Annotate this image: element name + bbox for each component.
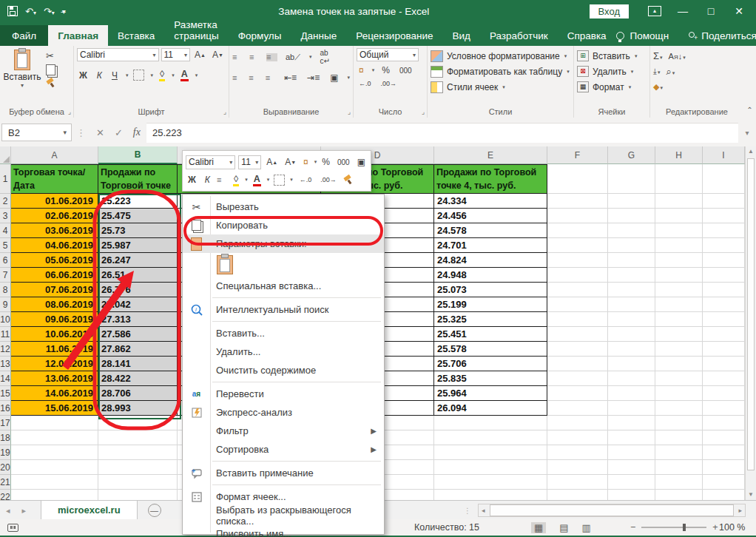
find-select-icon[interactable]: ⌕▾	[666, 66, 675, 78]
cell-F10[interactable]	[547, 312, 608, 327]
page-layout-view-icon[interactable]: ▤	[559, 522, 568, 533]
cell-F15[interactable]	[547, 386, 608, 401]
cell-styles-button[interactable]: Стили ячеек▾	[431, 79, 570, 95]
cell-A20[interactable]	[11, 460, 98, 475]
scrollbar-splitter[interactable]: ⋮	[464, 507, 478, 515]
row-header-16[interactable]: 16	[0, 401, 11, 416]
cell-E12[interactable]: 25.578	[434, 342, 547, 357]
decrease-indent-icon[interactable]: ⇤≡	[282, 72, 299, 84]
cell-I12[interactable]	[703, 342, 745, 357]
menu-item-10[interactable]: Экспресс-анализ	[183, 403, 384, 422]
comma-style-button[interactable]: 000	[397, 66, 414, 75]
cell-B20[interactable]	[98, 460, 178, 475]
cell-I15[interactable]	[703, 386, 745, 401]
cell-F5[interactable]	[547, 238, 608, 253]
menu-item-13[interactable]: +Вставить примечание	[183, 464, 384, 482]
cell-I4[interactable]	[703, 223, 745, 238]
cell-F11[interactable]	[547, 327, 608, 342]
sheet-tab[interactable]: microexcel.ru	[41, 501, 138, 521]
shrink-font-icon[interactable]: А▼	[210, 49, 226, 61]
cell-I1[interactable]	[703, 164, 745, 194]
mini-shrink-font-icon[interactable]: А▼	[283, 156, 298, 168]
cell-E22[interactable]	[434, 490, 547, 500]
cell-F6[interactable]	[547, 253, 608, 268]
menu-item-11[interactable]: Фильтр▶	[183, 422, 384, 440]
tab-Разметка страницы[interactable]: Разметка страницы	[164, 14, 228, 46]
cell-I3[interactable]	[703, 209, 745, 223]
cell-E6[interactable]: 24.824	[434, 253, 547, 268]
cell-I9[interactable]	[703, 297, 745, 312]
cell-B9[interactable]: 27.042	[98, 297, 178, 312]
row-header-1[interactable]: 1	[0, 164, 11, 194]
cell-A13[interactable]: 12.06.2019	[11, 357, 98, 371]
cell-B21[interactable]	[98, 475, 178, 490]
cell-E9[interactable]: 25.199	[434, 297, 547, 312]
mini-italic-button[interactable]: К	[203, 174, 212, 186]
cell-A11[interactable]: 10.06.2019	[11, 327, 98, 342]
enter-icon[interactable]: ✓	[115, 127, 123, 138]
close-button[interactable]: ✕	[726, 1, 752, 21]
paste-button[interactable]: Вставить ▾	[3, 48, 41, 89]
cell-H2[interactable]	[655, 194, 703, 209]
cell-I19[interactable]	[703, 445, 745, 460]
cell-E18[interactable]	[434, 430, 547, 445]
cell-G22[interactable]	[608, 490, 655, 500]
font-dialog-launcher-icon[interactable]: ⌟	[223, 108, 226, 115]
menu-item-8[interactable]: Очистить содержимое	[183, 361, 384, 379]
align-right-icon[interactable]: ≡	[266, 74, 276, 82]
cell-A5[interactable]: 04.06.2019	[11, 238, 98, 253]
expand-formula-bar-icon[interactable]: ▾	[738, 129, 756, 137]
mini-increase-decimal-icon[interactable]: ←.0	[297, 175, 314, 184]
number-dialog-launcher-icon[interactable]: ⌟	[422, 108, 425, 115]
mini-fill-color-icon[interactable]: ◊	[232, 174, 240, 186]
cell-E8[interactable]: 25.073	[434, 283, 547, 297]
vertical-scrollbar[interactable]: ▲ ▼	[745, 146, 756, 515]
col-header-I[interactable]: I	[703, 146, 745, 164]
mini-decrease-decimal-icon[interactable]: .00→	[318, 175, 339, 184]
scroll-down-icon[interactable]: ▼	[746, 491, 756, 498]
merge-center-icon[interactable]: ▣	[328, 72, 340, 84]
cut-icon[interactable]: ✂	[46, 50, 55, 61]
menu-item-15[interactable]: Выбрать из раскрывающегося списка...	[183, 506, 384, 524]
col-header-H[interactable]: H	[655, 146, 703, 164]
tab-Вид[interactable]: Вид	[442, 25, 479, 46]
cell-B19[interactable]	[98, 445, 178, 460]
cell-H19[interactable]	[655, 445, 703, 460]
cell-G18[interactable]	[608, 430, 655, 445]
save-icon[interactable]	[7, 6, 18, 16]
cell-G17[interactable]	[608, 416, 655, 430]
cell-A7[interactable]: 06.06.2019	[11, 268, 98, 283]
cell-I6[interactable]	[703, 253, 745, 268]
tab-Справка[interactable]: Справка	[558, 25, 616, 46]
cell-A22[interactable]	[11, 490, 98, 500]
cell-H12[interactable]	[655, 342, 703, 357]
menu-item-1[interactable]: Копировать	[183, 216, 384, 234]
row-header-2[interactable]: 2	[0, 194, 11, 209]
mini-format-painter-icon[interactable]	[343, 175, 352, 184]
row-header-5[interactable]: 5	[0, 238, 11, 253]
clipboard-dialog-launcher-icon[interactable]: ⌟	[68, 108, 71, 115]
select-all-corner[interactable]	[0, 146, 11, 164]
delete-cells-button[interactable]: ⊠ Удалить▾	[577, 64, 647, 79]
cell-I7[interactable]	[703, 268, 745, 283]
cell-A10[interactable]: 09.06.2019	[11, 312, 98, 327]
cell-F16[interactable]	[547, 401, 608, 416]
cell-G10[interactable]	[608, 312, 655, 327]
cell-H8[interactable]	[655, 283, 703, 297]
cell-A14[interactable]: 13.06.2019	[11, 371, 98, 386]
cell-H13[interactable]	[655, 357, 703, 371]
macro-record-icon[interactable]	[7, 524, 18, 532]
scroll-left-icon[interactable]: ◂	[479, 507, 488, 514]
increase-indent-icon[interactable]: ⇥≡	[305, 72, 322, 84]
cell-I14[interactable]	[703, 371, 745, 386]
scroll-right-icon[interactable]: ▸	[735, 507, 745, 514]
row-header-9[interactable]: 9	[0, 297, 11, 312]
menu-item-9[interactable]: аяПеревести	[183, 385, 384, 403]
orientation-icon[interactable]: ab⟋	[283, 52, 303, 63]
fill-color-icon[interactable]: ◊	[158, 69, 166, 81]
row-header-17[interactable]: 17	[0, 416, 11, 430]
font-size-select[interactable]: 11▾	[161, 48, 191, 61]
row-header-14[interactable]: 14	[0, 371, 11, 386]
cell-H11[interactable]	[655, 327, 703, 342]
cell-A4[interactable]: 03.06.2019	[11, 223, 98, 238]
